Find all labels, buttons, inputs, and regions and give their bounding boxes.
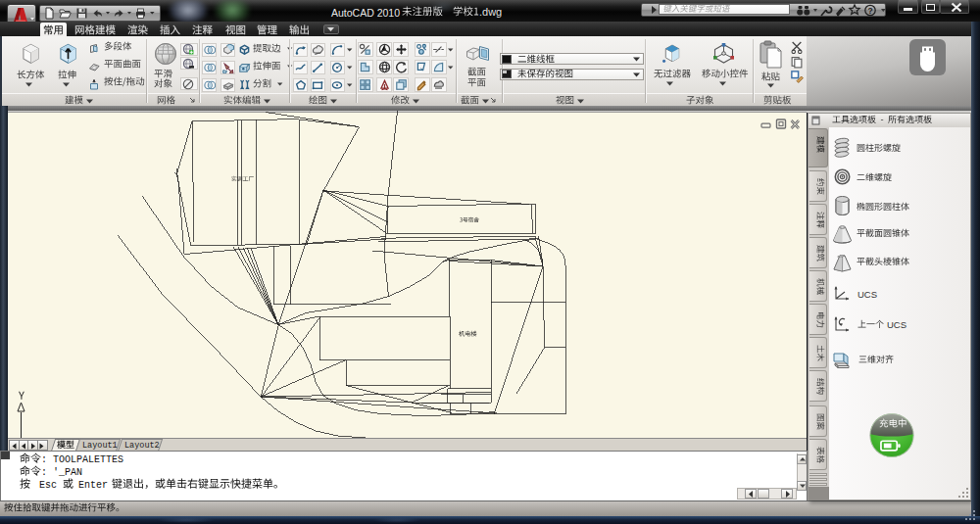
svg-text:?: ? xyxy=(868,6,873,16)
